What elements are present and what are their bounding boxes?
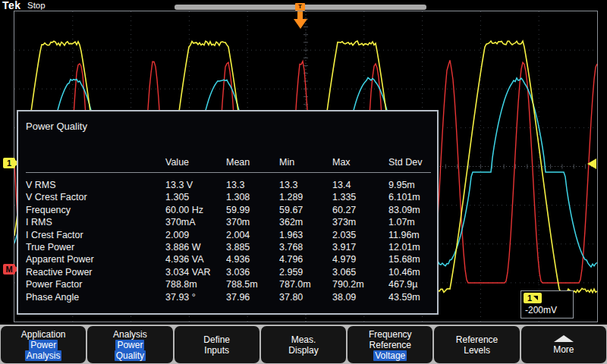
measurement-min: 37.80: [279, 291, 332, 303]
measurement-mean: 37.96: [226, 291, 279, 303]
table-row: I RMS370mA370m362m373m1.07m: [26, 216, 431, 228]
measurement-value: 1.305: [165, 191, 226, 203]
measurement-std: 467.9µ: [388, 278, 431, 290]
measurement-std: 9.95m: [388, 179, 431, 191]
measurement-mean: 2.004: [226, 229, 279, 241]
measurement-min: 2.959: [279, 266, 332, 278]
measurement-max: 4.979: [332, 253, 388, 265]
measurement-max: 790.2m: [332, 278, 388, 290]
measurement-std: 15.68m: [388, 253, 431, 265]
menu-button-frequency[interactable]: FrequencyReferenceVoltage: [348, 326, 432, 363]
column-header: Mean: [226, 157, 279, 168]
measurement-min: 1.289: [279, 191, 332, 203]
menu-label: Frequency: [367, 329, 414, 340]
measurement-max: 3.065: [332, 266, 388, 278]
menu-label: Reference: [454, 334, 499, 345]
column-header: Max: [332, 157, 388, 168]
power-quality-panel: Power Quality ValueMeanMinMaxStd Dev V R…: [17, 110, 439, 315]
menu-button-application[interactable]: ApplicationPowerAnalysis: [1, 326, 86, 363]
measurement-max: 1.335: [332, 191, 388, 203]
measure-header: ValueMeanMinMaxStd Dev: [26, 157, 431, 173]
menu-label: Application: [20, 329, 68, 340]
trigger-position-marker[interactable]: T: [295, 3, 305, 11]
menu-label: Power: [115, 340, 144, 350]
column-header: Value: [165, 157, 226, 168]
tek-logo: Tek: [2, 0, 21, 11]
measurement-std: 12.01m: [388, 241, 431, 253]
measurement-std: 10.46m: [388, 266, 431, 278]
menu-label: Power: [29, 340, 58, 350]
panel-title: Power Quality: [26, 121, 87, 132]
measurement-value: 13.3 V: [165, 179, 226, 191]
measurement-std: 11.96m: [388, 229, 431, 241]
measurement-min: 3.768: [279, 241, 332, 253]
measurement-min: 362m: [279, 216, 332, 228]
expansion-point-icon[interactable]: [294, 19, 307, 29]
menu-label: More: [552, 344, 575, 355]
menu-label: Levels: [462, 345, 492, 356]
acquisition-status: Stop: [27, 1, 46, 10]
measurement-name: True Power: [26, 241, 165, 253]
column-header: Min: [279, 157, 332, 168]
measurement-value: 3.886 W: [165, 241, 226, 253]
channel1-reference-badge[interactable]: 1: [3, 158, 15, 168]
table-row: V Crest Factor1.3051.3081.2891.3356.101m: [26, 191, 431, 203]
menu-label: Meas.: [290, 334, 318, 345]
measurement-name: Apparent Power: [26, 253, 165, 265]
measurement-std: 6.101m: [388, 191, 431, 203]
measurement-name: Phase Angle: [26, 291, 165, 303]
measurement-value: 370mA: [165, 216, 226, 228]
table-row: V RMS13.3 V13.313.313.49.95m: [26, 179, 431, 191]
table-row: Apparent Power4.936 VA4.9364.7964.97915.…: [26, 253, 431, 265]
measurement-name: I Crest Factor: [26, 229, 165, 241]
measurement-mean: 3.036: [226, 266, 279, 278]
soft-menu-bar: ApplicationPowerAnalysisAnalysisPowerQua…: [0, 325, 607, 364]
expansion-point-stem: [297, 11, 303, 19]
header-spacer: [26, 157, 165, 168]
measurement-max: 2.035: [332, 229, 388, 241]
measurement-name: Frequency: [26, 204, 165, 216]
measurement-min: 1.963: [279, 229, 332, 241]
table-row: True Power3.886 W3.8853.7683.91712.01m: [26, 241, 431, 253]
menu-label: Define: [202, 334, 231, 345]
menu-label: Analysis: [25, 350, 62, 361]
measurement-value: 2.009: [165, 229, 226, 241]
menu-button-analysis[interactable]: AnalysisPowerQuality: [87, 326, 172, 363]
menu-label: Display: [287, 345, 319, 356]
menu-button-more[interactable]: More: [521, 326, 606, 363]
measurement-mean: 13.3: [226, 179, 279, 191]
measurement-mean: 370m: [226, 216, 279, 228]
channel1-level-value: -200mV: [525, 305, 557, 315]
math-reference-badge[interactable]: M: [3, 264, 15, 275]
measurement-name: V Crest Factor: [26, 191, 165, 203]
measurement-value: 37.93 °: [165, 291, 226, 303]
measurement-name: Reactive Power: [26, 266, 165, 278]
measure-rows: V RMS13.3 V13.313.313.49.95mV Crest Fact…: [26, 179, 431, 303]
table-row: Frequency60.00 Hz59.9959.6760.2783.09m: [26, 204, 431, 216]
measurement-max: 60.27: [332, 204, 388, 216]
measurement-std: 1.07m: [388, 216, 431, 228]
menu-label: Quality: [115, 350, 146, 361]
column-header: Std Dev: [388, 157, 431, 168]
measurement-value: 788.8m: [165, 278, 226, 290]
measurement-name: V RMS: [26, 179, 165, 191]
falling-edge-icon: [533, 296, 538, 300]
menu-button-define[interactable]: DefineInputs: [175, 326, 259, 363]
measurement-min: 787.0m: [279, 278, 332, 290]
measurement-value: 4.936 VA: [165, 253, 226, 265]
menu-label: Analysis: [112, 329, 149, 340]
menu-label: Voltage: [373, 350, 407, 361]
measurement-mean: 788.5m: [226, 278, 279, 290]
measurement-std: 43.59m: [388, 291, 431, 303]
menu-button-reference[interactable]: ReferenceLevels: [434, 326, 519, 363]
chevron-up-icon: [554, 335, 574, 342]
menu-button-meas-[interactable]: Meas.Display: [261, 326, 346, 363]
measurement-mean: 59.99: [226, 204, 279, 216]
trigger-level-arrow-icon[interactable]: [587, 158, 596, 169]
measurement-mean: 1.308: [226, 191, 279, 203]
measurement-max: 3.917: [332, 241, 388, 253]
measurement-mean: 3.885: [226, 241, 279, 253]
channel1-scale-readout: 1 -200mV: [521, 290, 574, 318]
menu-label: Reference: [368, 340, 413, 350]
measurement-value: 60.00 Hz: [165, 204, 226, 216]
